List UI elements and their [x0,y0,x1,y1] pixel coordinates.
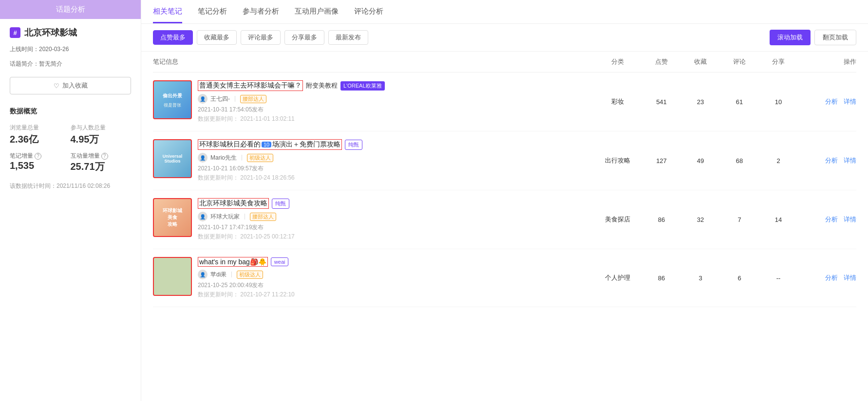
stat-views: 浏览量总量 2.36亿 [10,124,71,146]
note-tag-2: 纯甄 [345,140,362,150]
sidebar: 话题分析 # 北京环球影城 上线时间：2020-03-26 话题简介：暂无简介 … [0,0,141,401]
col-header-shares: 分享 [759,57,798,66]
note-comments-3: 7 [720,216,759,223]
subtab-most-likes[interactable]: 点赞最多 [153,30,193,45]
col-header-actions: 操作 [798,57,856,66]
heart-icon: ♡ [54,82,59,90]
note-date-4: 2021-10-25 20:00:49发布 [198,281,593,290]
analyze-button-4[interactable]: 分析 [825,273,838,282]
page-load-button[interactable]: 翻页加载 [814,30,856,45]
subtab-latest[interactable]: 最新发布 [328,30,368,45]
note-thumbnail-1: 偷出外景 很是普张 [153,80,192,119]
note-title-2: 环球影城秋日必看的10场演出＋免费门票攻略 纯甄 [198,139,593,150]
note-info-3: 环球影城美食攻略 北京环球影城美食攻略 纯甄 👤 环球大玩家 腰部达人 2021… [153,198,593,241]
author-avatar-3: 👤 [198,212,208,221]
note-content-1: 普通美女博主去环球影城会干嘛？ 附变美教程 L'OREAL欧莱雅 👤 王七四- … [198,80,593,123]
note-author-2: 👤 Mario先生 初级达人 [198,153,593,163]
note-info-4: what's in my bag🎒🐥 weai 👤 苹di果 初级达人 2021… [153,257,593,299]
topic-title-container: # 北京环球影城 [0,19,141,42]
note-date-2: 2021-10-21 16:09:57发布 [198,164,593,173]
note-actions-4: 分析 详情 [798,273,856,282]
subtab-most-comments[interactable]: 评论最多 [241,30,281,45]
note-comments-1: 61 [720,98,759,106]
subtab-most-shares[interactable]: 分享最多 [284,30,324,45]
interactions-info-icon[interactable]: ? [101,153,108,160]
tab-participant-analysis[interactable]: 参与者分析 [243,7,279,23]
note-date-3: 2021-10-17 17:47:19发布 [198,223,593,232]
table-row: 环球影城美食攻略 北京环球影城美食攻略 纯甄 👤 环球大玩家 腰部达人 2021… [153,190,856,249]
topic-intro: 话题简介：暂无简介 [0,57,141,72]
topic-launch-date: 上线时间：2020-03-26 [0,42,141,57]
analyze-button-2[interactable]: 分析 [825,156,838,165]
note-title-4: what's in my bag🎒🐥 weai [198,257,593,267]
note-content-4: what's in my bag🎒🐥 weai 👤 苹di果 初级达人 2021… [198,257,593,299]
stat-participants: 参与人数总量 4.95万 [71,124,132,146]
note-collects-3: 32 [681,216,720,223]
table-row: Universal Studios 环球影城秋日必看的10场演出＋免费门票攻略 … [153,131,856,190]
note-tag-3: 纯甄 [272,199,289,209]
table-row: what's in my bag🎒🐥 weai 👤 苹di果 初级达人 2021… [153,249,856,307]
note-update-1: 数据更新时间： 2021-11-01 13:02:11 [198,115,593,123]
tab-comment-analysis[interactable]: 评论分析 [354,7,383,23]
note-actions-1: 分析 详情 [798,97,856,106]
note-likes-3: 86 [642,216,681,223]
note-author-3: 👤 环球大玩家 腰部达人 [198,212,593,221]
note-shares-1: 10 [759,98,798,106]
note-collects-2: 49 [681,157,720,164]
note-update-4: 数据更新时间： 2021-10-27 11:22:10 [198,291,593,299]
stat-notes: 笔记增量 ? 1,535 [10,152,71,173]
detail-button-1[interactable]: 详情 [844,97,856,106]
detail-button-3[interactable]: 详情 [844,215,856,224]
author-avatar-1: 👤 [198,94,208,104]
tab-user-portrait[interactable]: 互动用户画像 [295,7,339,23]
main-content: 相关笔记 笔记分析 参与者分析 互动用户画像 评论分析 点赞最多 收藏最多 评论… [141,0,868,401]
sidebar-header: 话题分析 [0,0,141,19]
note-thumbnail-3: 环球影城美食攻略 [153,198,192,237]
note-info-1: 偷出外景 很是普张 普通美女博主去环球影城会干嘛？ 附变美教程 L'OREAL欧… [153,80,593,123]
author-avatar-2: 👤 [198,153,208,163]
data-time: 该数据统计时间：2021/11/16 02:08:26 [0,177,141,195]
load-buttons: 滚动加载 翻页加载 [770,30,856,45]
note-shares-4: -- [759,274,798,282]
col-header-likes: 点赞 [642,57,681,66]
note-actions-2: 分析 详情 [798,156,856,165]
subtab-most-collects[interactable]: 收藏最多 [197,30,237,45]
note-author-1: 👤 王七四- 腰部达人 [198,94,593,104]
tab-note-analysis[interactable]: 笔记分析 [198,7,227,23]
topic-hash-icon: # [10,27,20,38]
col-header-note-info: 笔记信息 [153,57,593,66]
note-thumbnail-2: Universal Studios [153,139,192,178]
note-tag-1: L'OREAL欧莱雅 [340,81,385,91]
sub-tabs-row: 点赞最多 收藏最多 评论最多 分享最多 最新发布 滚动加载 翻页加载 [141,24,868,52]
note-update-3: 数据更新时间： 2021-10-25 00:12:17 [198,233,593,241]
table-row: 偷出外景 很是普张 普通美女博主去环球影城会干嘛？ 附变美教程 L'OREAL欧… [153,73,856,131]
note-content-2: 环球影城秋日必看的10场演出＋免费门票攻略 纯甄 👤 Mario先生 初级达人 … [198,139,593,182]
note-category-3: 美食探店 [593,215,642,224]
note-title-3: 北京环球影城美食攻略 纯甄 [198,198,593,209]
notes-info-icon[interactable]: ? [35,153,41,160]
tab-related-notes[interactable]: 相关笔记 [153,7,182,23]
note-title-1: 普通美女博主去环球影城会干嘛？ 附变美教程 L'OREAL欧莱雅 [198,80,593,91]
note-collects-1: 23 [681,98,720,106]
note-author-4: 👤 苹di果 初级达人 [198,270,593,279]
note-info-2: Universal Studios 环球影城秋日必看的10场演出＋免费门票攻略 … [153,139,593,182]
collect-button[interactable]: ♡ 加入收藏 [10,77,131,94]
table-header: 笔记信息 分类 点赞 收藏 评论 分享 操作 [153,52,856,73]
note-likes-1: 541 [642,98,681,106]
note-thumbnail-4 [153,257,192,296]
note-likes-4: 86 [642,274,681,282]
col-header-collects: 收藏 [681,57,720,66]
note-likes-2: 127 [642,157,681,164]
analyze-button-1[interactable]: 分析 [825,97,838,106]
note-collects-4: 3 [681,274,720,282]
notes-table: 笔记信息 分类 点赞 收藏 评论 分享 操作 偷出外景 很是普张 普通美女博主去… [141,52,868,401]
note-comments-4: 6 [720,274,759,282]
stats-grid: 浏览量总量 2.36亿 参与人数总量 4.95万 笔记增量 ? 1,535 互动… [0,120,141,177]
note-update-2: 数据更新时间： 2021-10-24 18:26:56 [198,174,593,182]
note-category-1: 彩妆 [593,97,642,106]
stat-interactions: 互动量增量 ? 25.71万 [71,152,132,173]
analyze-button-3[interactable]: 分析 [825,215,838,224]
detail-button-2[interactable]: 详情 [844,156,856,165]
detail-button-4[interactable]: 详情 [844,273,856,282]
scroll-load-button[interactable]: 滚动加载 [770,30,811,45]
